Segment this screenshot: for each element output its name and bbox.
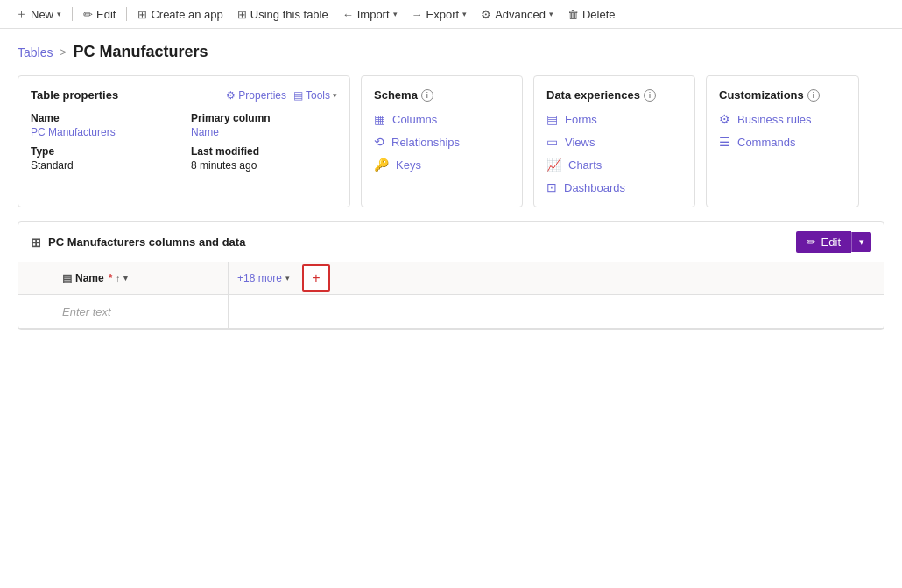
export-chevron-icon: ▾ (462, 10, 467, 18)
schema-header: Schema i (374, 88, 510, 102)
dashboards-icon: ⊡ (546, 180, 557, 194)
more-columns-button[interactable]: +18 more ▾ (229, 262, 299, 294)
dashboards-link[interactable]: ⊡ Dashboards (546, 180, 682, 194)
keys-icon: 🔑 (374, 158, 389, 172)
columns-link[interactable]: ▦ Columns (374, 112, 510, 126)
enter-text-cell[interactable]: Enter text (53, 295, 229, 328)
breadcrumb-separator: > (60, 46, 66, 59)
charts-icon: 📈 (546, 158, 561, 172)
customizations-card: Customizations i ⚙ Business rules ☰ Comm… (706, 75, 859, 207)
name-prop: Name PC Manufacturers (31, 112, 177, 138)
edit-dropdown-button[interactable]: ▾ (851, 232, 871, 252)
export-icon: → (412, 8, 423, 21)
table-row: Enter text (18, 295, 884, 329)
name-col-label: Name (75, 272, 104, 284)
customizations-title: Customizations (719, 88, 804, 102)
edit-main-button[interactable]: ✏ Edit (796, 231, 851, 253)
edit-button[interactable]: ✏ Edit (78, 4, 121, 24)
views-link[interactable]: ▭ Views (546, 135, 682, 149)
new-icon: ＋ (16, 6, 27, 22)
row-selector-cell (18, 296, 53, 327)
schema-title-group: Schema i (374, 88, 433, 102)
table-properties-grid: Name PC Manufacturers Primary column Nam… (31, 112, 337, 172)
name-value: PC Manufacturers (31, 126, 177, 138)
delete-icon: 🗑 (567, 8, 579, 21)
schema-title: Schema (374, 88, 418, 102)
tools-link[interactable]: ▤ Tools ▾ (293, 89, 337, 102)
data-section-title: PC Manufacturers columns and data (48, 235, 245, 248)
import-chevron-icon: ▾ (393, 10, 398, 18)
create-app-button[interactable]: ⊞ Create an app (132, 4, 228, 24)
business-rules-link[interactable]: ⚙ Business rules (719, 112, 846, 126)
views-icon: ▭ (546, 135, 558, 149)
delete-button[interactable]: 🗑 Delete (562, 4, 621, 24)
export-button[interactable]: → Export ▾ (406, 4, 473, 24)
data-experiences-links: ▤ Forms ▭ Views 📈 Charts ⊡ Dashboards (546, 112, 682, 194)
table-properties-title-group: Table properties (31, 88, 118, 102)
forms-link[interactable]: ▤ Forms (546, 112, 682, 126)
import-label: Import (357, 8, 390, 21)
keys-link[interactable]: 🔑 Keys (374, 158, 510, 172)
data-section: ⊞ PC Manufacturers columns and data ✏ Ed… (18, 221, 884, 330)
edit-pencil-icon: ✏ (83, 8, 93, 21)
table-area: ▤ Name * ↑ ▾ +18 more ▾ + Enter text (18, 262, 884, 329)
customizations-header: Customizations i (719, 88, 846, 102)
properties-gear-icon: ⚙ (226, 89, 236, 102)
more-columns-label: +18 more (237, 272, 282, 284)
commands-icon: ☰ (719, 135, 730, 149)
columns-icon: ▦ (374, 112, 385, 126)
table-properties-title: Table properties (31, 88, 118, 102)
schema-info-icon[interactable]: i (421, 89, 433, 102)
divider-2 (126, 7, 127, 21)
data-experiences-card: Data experiences i ▤ Forms ▭ Views 📈 Cha… (533, 75, 695, 207)
charts-link[interactable]: 📈 Charts (546, 158, 682, 172)
advanced-chevron-icon: ▾ (549, 10, 553, 18)
last-modified-label: Last modified (191, 145, 337, 158)
toolbar: ＋ New ▾ ✏ Edit ⊞ Create an app ⊞ Using t… (0, 0, 902, 29)
grid-table-icon: ⊞ (31, 235, 41, 249)
relationships-link[interactable]: ⟲ Relationships (374, 135, 510, 149)
create-app-label: Create an app (151, 8, 222, 21)
edit-label: Edit (96, 8, 116, 21)
primary-column-prop: Primary column Name (191, 112, 337, 138)
data-experiences-info-icon[interactable]: i (644, 89, 656, 102)
cards-row: Table properties ⚙ Properties ▤ Tools ▾ … (0, 68, 902, 214)
import-button[interactable]: ← Import ▾ (337, 4, 403, 24)
forms-icon: ▤ (546, 112, 558, 126)
schema-card: Schema i ▦ Columns ⟲ Relationships 🔑 Key… (361, 75, 523, 207)
type-label: Type (31, 145, 177, 158)
using-table-label: Using this table (250, 8, 328, 21)
new-button[interactable]: ＋ New ▾ (11, 3, 67, 25)
table-properties-header: Table properties ⚙ Properties ▤ Tools ▾ (31, 88, 337, 102)
name-label: Name (31, 112, 177, 124)
breadcrumb: Tables > PC Manufacturers (0, 29, 902, 68)
using-table-icon: ⊞ (237, 8, 247, 21)
data-section-header: ⊞ PC Manufacturers columns and data ✏ Ed… (18, 222, 884, 262)
properties-link[interactable]: ⚙ Properties (226, 89, 286, 102)
advanced-icon: ⚙ (481, 8, 491, 21)
data-experiences-header: Data experiences i (546, 88, 682, 102)
column-type-icon: ▤ (62, 272, 72, 284)
required-marker: * (109, 272, 113, 284)
data-section-title-group: ⊞ PC Manufacturers columns and data (31, 235, 245, 249)
last-modified-prop: Last modified 8 minutes ago (191, 145, 337, 172)
data-experiences-title: Data experiences (546, 88, 640, 102)
import-icon: ← (342, 8, 354, 21)
type-prop: Type Standard (31, 145, 177, 172)
divider-1 (72, 7, 73, 21)
name-column-header[interactable]: ▤ Name * ↑ ▾ (53, 262, 229, 294)
add-column-button[interactable]: + (302, 264, 330, 292)
delete-label: Delete (582, 8, 616, 21)
export-label: Export (426, 8, 460, 21)
col-header-chevron-icon: ▾ (123, 274, 128, 283)
customizations-info-icon[interactable]: i (807, 89, 820, 102)
breadcrumb-tables-link[interactable]: Tables (18, 46, 53, 60)
tools-chevron-icon: ▾ (333, 91, 337, 100)
more-columns-chevron-icon: ▾ (285, 274, 290, 283)
edit-pencil-icon-2: ✏ (807, 235, 816, 248)
type-value: Standard (31, 159, 177, 172)
advanced-button[interactable]: ⚙ Advanced ▾ (476, 4, 559, 24)
commands-link[interactable]: ☰ Commands (719, 135, 846, 149)
using-this-table-button[interactable]: ⊞ Using this table (232, 4, 334, 24)
column-header-row: ▤ Name * ↑ ▾ +18 more ▾ + (18, 262, 884, 295)
